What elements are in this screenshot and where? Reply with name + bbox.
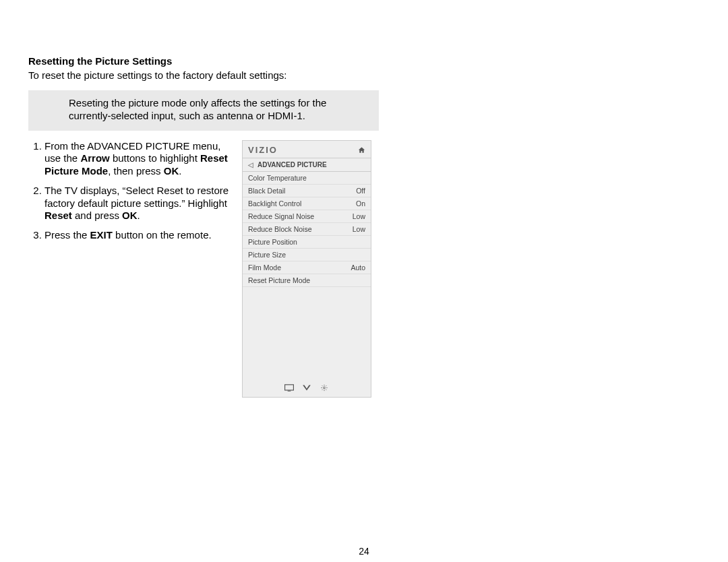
menu-row: Reset Picture Mode xyxy=(243,274,371,287)
tv-breadcrumb: ◁ ADVANCED PICTURE xyxy=(243,158,371,172)
steps-list: From the ADVANCED PICTURE menu, use the … xyxy=(28,140,230,249)
svg-point-2 xyxy=(324,387,326,389)
page-number: 24 xyxy=(0,546,728,557)
breadcrumb-label: ADVANCED PICTURE xyxy=(257,161,327,168)
home-icon xyxy=(358,146,365,154)
back-arrow-icon: ◁ xyxy=(248,161,253,168)
menu-row: Black DetailOff xyxy=(243,185,371,197)
tv-footer xyxy=(243,380,371,397)
tv-header: VIZIO xyxy=(243,141,371,158)
brand-logo: VIZIO xyxy=(248,145,278,155)
note-box: Reseting the picture mode only affects t… xyxy=(28,90,379,131)
menu-row: Backlight ControlOn xyxy=(243,197,371,210)
menu-row: Color Temperature xyxy=(243,172,371,185)
step-2: The TV displays, “Select Reset to restor… xyxy=(44,185,230,222)
tv-menu-screenshot: VIZIO ◁ ADVANCED PICTURE Color Temperatu… xyxy=(242,140,371,398)
step-3: Press the EXIT button on the remote. xyxy=(44,229,230,242)
svg-rect-0 xyxy=(285,384,294,389)
v-icon xyxy=(302,384,311,392)
svg-rect-1 xyxy=(288,390,291,391)
intro-text: To reset the picture settings to the fac… xyxy=(28,69,379,81)
menu-row: Reduce Block NoiseLow xyxy=(243,223,371,236)
gear-icon xyxy=(320,384,329,392)
tv-icon xyxy=(284,384,294,392)
menu-row: Picture Position xyxy=(243,236,371,249)
step-1: From the ADVANCED PICTURE menu, use the … xyxy=(44,140,230,178)
menu-row: Film ModeAuto xyxy=(243,261,371,274)
tv-menu-body: Color Temperature Black DetailOff Backli… xyxy=(243,172,371,287)
menu-row: Reduce Signal NoiseLow xyxy=(243,210,371,223)
menu-row: Picture Size xyxy=(243,249,371,261)
section-heading: Resetting the Picture Settings xyxy=(28,55,379,67)
